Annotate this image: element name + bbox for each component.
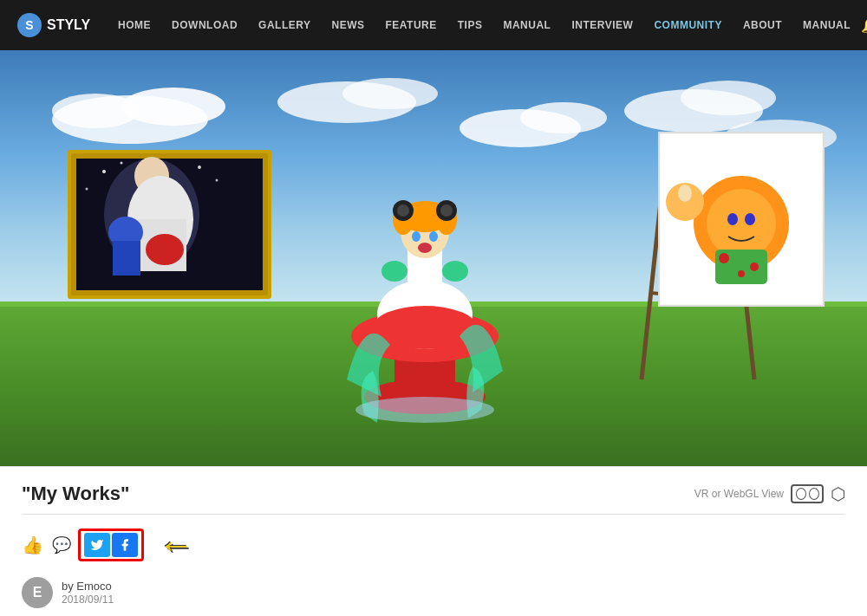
author-date: 2018/09/11 <box>62 593 114 606</box>
facebook-share-button[interactable] <box>112 533 138 557</box>
divider <box>22 514 845 515</box>
hero-image <box>0 50 867 466</box>
logo-icon: S <box>17 13 42 37</box>
comment-button[interactable]: 💬 <box>52 535 71 554</box>
content-header: "My Works" VR or WebGL View ⬡ <box>22 483 845 505</box>
content-area: "My Works" VR or WebGL View ⬡ 👍 💬 <box>0 466 867 616</box>
svg-rect-28 <box>113 241 140 276</box>
svg-point-5 <box>52 94 139 128</box>
page-title: "My Works" <box>22 483 129 505</box>
svg-point-59 <box>727 213 738 225</box>
nav-item-community[interactable]: COMMUNITY <box>643 0 733 50</box>
svg-point-21 <box>146 234 184 265</box>
nav-right: 🔔 E <box>861 12 867 38</box>
svg-point-64 <box>719 253 729 263</box>
svg-point-65 <box>750 263 759 271</box>
nav-item-manual[interactable]: MANUAL <box>492 0 561 50</box>
nav-item-feature[interactable]: FEATURE <box>375 0 447 50</box>
vr-eye-left <box>796 488 806 500</box>
arrow-annotation: ← <box>158 527 194 563</box>
vr-goggles-icon[interactable] <box>791 484 824 503</box>
svg-point-50 <box>418 243 432 253</box>
svg-point-58 <box>707 189 776 258</box>
nav-item-download[interactable]: DOWNLOAD <box>161 0 248 50</box>
svg-point-24 <box>86 188 88 191</box>
author-by-label: by Emoco <box>62 580 114 593</box>
nav-item-gallery[interactable]: GALLERY <box>248 0 321 50</box>
author-row: E by Emoco 2018/09/11 <box>22 577 845 608</box>
svg-point-39 <box>442 261 468 282</box>
author-avatar: E <box>22 577 53 608</box>
3d-cube-icon[interactable]: ⬡ <box>831 483 845 504</box>
svg-point-63 <box>678 185 692 202</box>
svg-point-38 <box>381 261 407 282</box>
svg-point-25 <box>198 165 201 169</box>
vr-view-options: VR or WebGL View ⬡ <box>694 483 845 504</box>
svg-point-11 <box>681 81 776 115</box>
nav-item-manual2[interactable]: MANUAL <box>792 0 861 50</box>
like-button[interactable]: 👍 <box>22 535 43 555</box>
author-info: by Emoco 2018/09/11 <box>62 580 114 606</box>
svg-point-7 <box>342 78 438 109</box>
actions-row: 👍 💬 ← <box>22 522 845 568</box>
vr-eye-right <box>809 488 819 500</box>
nav-item-home[interactable]: HOME <box>108 0 161 50</box>
nav-item-news[interactable]: NEWS <box>321 0 375 50</box>
svg-point-48 <box>412 231 420 242</box>
social-share-container <box>78 528 144 561</box>
svg-point-47 <box>440 204 453 217</box>
svg-point-49 <box>429 231 438 242</box>
svg-point-60 <box>745 213 755 225</box>
svg-point-22 <box>102 170 106 173</box>
navigation: S STYLY HOME DOWNLOAD GALLERY NEWS FEATU… <box>0 0 867 50</box>
vr-label: VR or WebGL View <box>694 488 784 500</box>
nav-items: HOME DOWNLOAD GALLERY NEWS FEATURE TIPS … <box>108 0 861 50</box>
svg-point-9 <box>520 102 607 133</box>
svg-point-46 <box>397 204 409 217</box>
svg-point-26 <box>216 179 218 182</box>
site-logo[interactable]: S STYLY <box>17 13 90 37</box>
svg-point-66 <box>738 270 745 277</box>
svg-point-23 <box>121 162 123 165</box>
svg-point-51 <box>355 397 494 423</box>
twitter-share-button[interactable] <box>84 533 110 557</box>
notification-bell-icon[interactable]: 🔔 <box>861 16 867 35</box>
nav-item-about[interactable]: ABOUT <box>733 0 792 50</box>
nav-item-interview[interactable]: INTERVIEW <box>561 0 643 50</box>
logo-text: STYLY <box>47 17 90 33</box>
nav-item-tips[interactable]: TIPS <box>447 0 493 50</box>
